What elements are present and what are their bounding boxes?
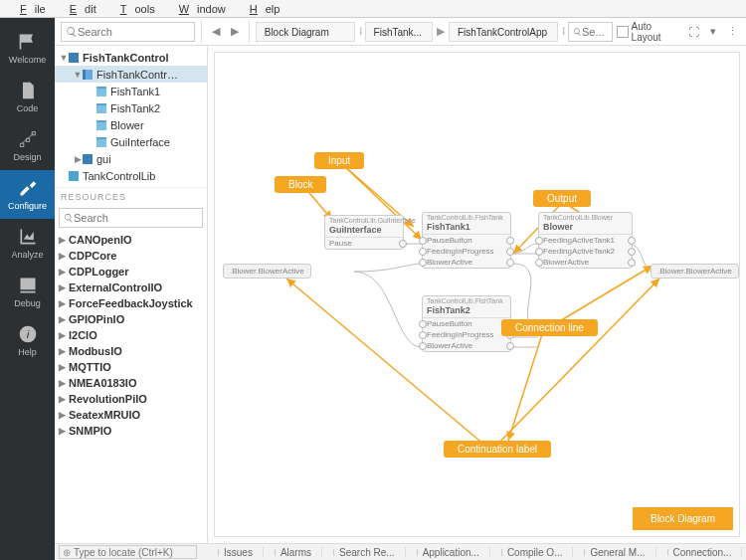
menu-file[interactable]: File: [4, 2, 54, 16]
resources-search[interactable]: [59, 208, 203, 228]
sidebar-analyze[interactable]: Analyze: [0, 219, 55, 268]
tree-node[interactable]: Blower: [55, 116, 207, 133]
block-diagram-canvas[interactable]: .Blower.BlowerActive .Blower.BlowerActiv…: [208, 46, 746, 543]
connections-layer: [215, 53, 739, 536]
sidebar-welcome[interactable]: Welcome: [0, 24, 55, 73]
search-icon: [66, 26, 78, 38]
debug-icon: [18, 276, 38, 295]
resource-item[interactable]: ▶GPIOPinIO: [55, 311, 207, 327]
wrench-icon: [18, 178, 38, 198]
tree-node[interactable]: ▼FishTankContr…: [55, 66, 207, 83]
tree-node[interactable]: FishTank1: [55, 83, 207, 99]
resource-item[interactable]: ▶I2CIO: [55, 327, 207, 343]
nav-back[interactable]: ◀: [208, 23, 223, 41]
canvas-search-input[interactable]: [582, 26, 608, 38]
menu-edit[interactable]: Edit: [54, 2, 104, 16]
resource-item[interactable]: ▶NMEA0183IO: [55, 375, 207, 391]
bottom-tab[interactable]: ⁞General M...: [573, 547, 655, 558]
sidebar-configure[interactable]: Configure: [0, 170, 55, 219]
checkbox-icon: [617, 26, 629, 38]
info-icon: i: [18, 324, 38, 344]
activity-bar: Welcome Code Design Configure Analyze De…: [0, 18, 55, 560]
svg-text:i: i: [26, 327, 29, 340]
crumb-app1[interactable]: FishTank...: [365, 22, 433, 42]
resource-item[interactable]: ▶CDPLogger: [55, 264, 207, 280]
callout-output: Output: [533, 190, 591, 207]
bottom-tab[interactable]: ⁞Issues: [207, 547, 264, 558]
resource-item[interactable]: ▶ForceFeedbackJoystick: [55, 295, 207, 311]
resource-item[interactable]: ▶ExternalControlIO: [55, 280, 207, 295]
flag-icon: [18, 32, 38, 52]
resource-item[interactable]: ▶CDPCore: [55, 248, 207, 264]
continuation-label-left[interactable]: .Blower.BlowerActive: [223, 264, 311, 279]
crumb-app2[interactable]: FishTankControlApp: [449, 22, 558, 42]
bottom-tab[interactable]: ⁞Search Re...: [322, 547, 406, 558]
more-icon[interactable]: ⋮: [725, 24, 740, 40]
bottom-tab[interactable]: ⁞Alarms: [264, 547, 322, 558]
resource-item[interactable]: ▶RevolutionPiIO: [55, 391, 207, 407]
menu-help[interactable]: Help: [234, 2, 288, 16]
bottom-bar: ⊕ ⁞Issues⁞Alarms⁞Search Re...⁞Applicatio…: [55, 543, 746, 560]
locator[interactable]: ⊕: [59, 545, 197, 559]
bottom-tab[interactable]: ⁞Connection...: [656, 547, 743, 558]
resources-header: RESOURCES: [55, 187, 207, 206]
bottom-tab[interactable]: ⁞Application...: [406, 547, 490, 558]
menu-tools[interactable]: Tools: [104, 2, 163, 16]
top-toolbar: ◀ ▶ Block DiagramA ⁞ FishTank... ▶ FishT…: [55, 18, 746, 46]
block-fishtank2[interactable]: TankControlLib.FishTank FishTank2 PauseB…: [422, 295, 511, 352]
sidebar-help[interactable]: i Help: [0, 316, 55, 365]
menu-window[interactable]: Window: [163, 2, 234, 16]
callout-continuation-label: Continuation label: [444, 441, 551, 458]
continuation-label-right[interactable]: .Blower.BlowerActive: [651, 264, 739, 279]
resource-item[interactable]: ▶SNMPIO: [55, 423, 207, 439]
project-search[interactable]: [61, 22, 195, 42]
resource-item[interactable]: ▶MQTTIO: [55, 359, 207, 375]
nav-forward[interactable]: ▶: [227, 23, 242, 41]
search-icon: [64, 213, 74, 223]
crumb-block-diagram[interactable]: Block DiagramA: [256, 22, 355, 42]
sidebar-design[interactable]: Design: [0, 121, 55, 170]
resource-item[interactable]: ▶ModbusIO: [55, 343, 207, 359]
sidebar-debug[interactable]: Debug: [0, 268, 55, 316]
callout-input: Input: [314, 152, 364, 169]
block-fishtank1[interactable]: TankControlLib.FishTank FishTank1 PauseB…: [422, 212, 511, 269]
resource-item[interactable]: ▶CANOpenIO: [55, 232, 207, 248]
project-tree[interactable]: ▼FishTankControl▼FishTankContr…FishTank1…: [55, 46, 207, 187]
block-blower[interactable]: TankControlLib.Blower Blower FeedingActi…: [538, 212, 633, 269]
chart-icon: [18, 227, 38, 247]
document-icon: [18, 81, 38, 100]
resources-list[interactable]: ▶CANOpenIO▶CDPCore▶CDPLogger▶ExternalCon…: [55, 230, 207, 543]
resources-search-input[interactable]: [74, 212, 183, 224]
project-search-input[interactable]: [78, 26, 182, 38]
resource-item[interactable]: ▶SeatexMRUIO: [55, 407, 207, 423]
tree-node[interactable]: ▼FishTankControl: [55, 49, 207, 66]
canvas-search[interactable]: [568, 22, 613, 42]
sidebar-code[interactable]: Code: [0, 73, 55, 121]
canvas-tab-label[interactable]: Block Diagram: [633, 507, 733, 530]
search-icon: [573, 27, 582, 37]
bottom-tab[interactable]: ⁞Compile O...: [490, 547, 574, 558]
locate-icon: ⊕: [63, 547, 71, 558]
tree-node[interactable]: FishTank2: [55, 99, 207, 116]
menubar: File Edit Tools Window Help: [0, 0, 746, 18]
filter-icon[interactable]: ▾: [705, 24, 720, 40]
tree-node[interactable]: ▶gui: [55, 150, 207, 167]
fit-icon[interactable]: ⛶: [686, 24, 701, 40]
callout-connection-line: Connection line: [501, 319, 598, 336]
tree-node[interactable]: TankControlLib: [55, 167, 207, 184]
block-guiinterface[interactable]: TankControlLib.GuiInterface GuiInterface…: [324, 215, 404, 250]
callout-block: Block: [275, 176, 326, 193]
auto-layout-toggle[interactable]: Auto Layout: [617, 21, 682, 43]
tree-node[interactable]: GuiInterface: [55, 133, 207, 150]
locator-input[interactable]: [74, 547, 193, 558]
design-icon: [18, 129, 38, 149]
navigator-panel: ▼FishTankControl▼FishTankContr…FishTank1…: [55, 46, 208, 543]
